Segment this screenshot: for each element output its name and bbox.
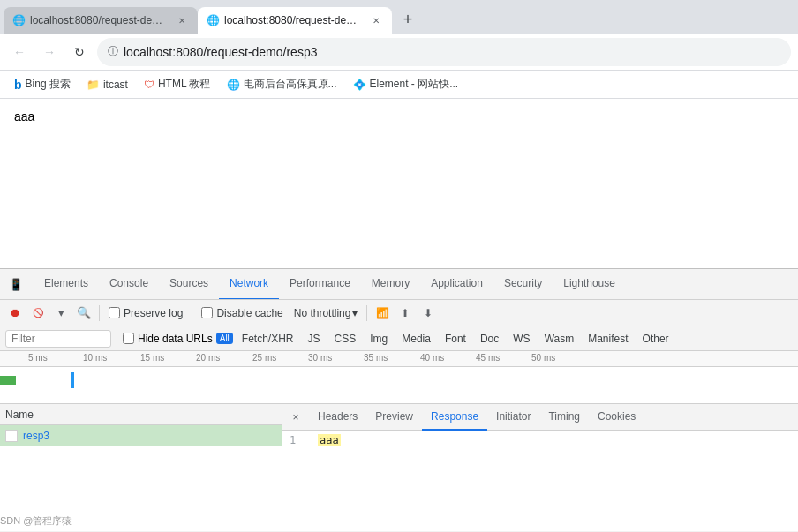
request-list-header: Name [0, 404, 282, 425]
element-icon: 💠 [353, 79, 366, 91]
record-button[interactable]: ⏺ [5, 303, 25, 323]
filter-css[interactable]: CSS [329, 332, 362, 346]
filter-media[interactable]: Media [396, 332, 436, 346]
mark-50ms: 50 ms [531, 353, 555, 363]
details-tab-response[interactable]: Response [422, 404, 487, 431]
network-toolbar: ⏺ 🚫 ▾ 🔍 Preserve log Disable cache No th… [0, 300, 798, 326]
throttle-dropdown[interactable]: No throttling ▾ [290, 305, 362, 321]
watermark: CSDN @管程序猿 [0, 514, 791, 528]
devtools-tab-console[interactable]: Console [99, 269, 159, 300]
tab-close-1[interactable]: ✕ [175, 13, 189, 27]
devtools-tab-lighthouse[interactable]: Lighthouse [553, 269, 626, 300]
filter-other[interactable]: Other [637, 332, 674, 346]
request-file-icon [5, 430, 18, 442]
new-tab-button[interactable]: + [395, 7, 420, 32]
page-content: aaa [0, 99, 798, 268]
details-tab-cookies[interactable]: Cookies [589, 404, 644, 431]
bookmark-ecommerce[interactable]: 🌐 电商后台高保真原... [220, 74, 344, 94]
devtools-mobile-icon[interactable]: 📱 [4, 272, 28, 296]
import-icon[interactable]: ⬆ [395, 303, 415, 323]
line-number-1: 1 [290, 434, 307, 446]
hide-data-urls-checkbox[interactable]: Hide data URLs [123, 333, 213, 345]
preserve-log-input[interactable] [109, 307, 120, 318]
throttle-value: No throttling [294, 307, 351, 319]
hide-data-urls-input[interactable] [123, 333, 134, 344]
request-list: Name resp3 [0, 404, 282, 518]
filter-doc[interactable]: Doc [475, 332, 504, 346]
mark-35ms: 35 ms [364, 353, 388, 363]
browser-tab-1[interactable]: 🌐 localhost:8080/request-demo/... ✕ [4, 7, 198, 34]
url-text: localhost:8080/request-demo/resp3 [124, 45, 317, 59]
bookmarks-bar: b Bing 搜索 📁 itcast 🛡 HTML 教程 🌐 电商后台高保真原.… [0, 71, 798, 99]
stop-button[interactable]: 🚫 [28, 303, 48, 323]
timeline-bar-green [0, 376, 16, 385]
details-tab-preview[interactable]: Preview [366, 404, 422, 431]
devtools-tab-bar: ⬚ 📱 Elements Console Sources Network Per… [0, 269, 798, 300]
network-main-content: Name resp3 × Headers Preview [0, 404, 798, 518]
mark-25ms: 25 ms [252, 353, 276, 363]
filter-fetch-xhr[interactable]: Fetch/XHR [237, 332, 299, 346]
separator-4 [117, 331, 117, 347]
mark-5ms: 5 ms [28, 353, 48, 363]
filter-manifest[interactable]: Manifest [583, 332, 633, 346]
wifi-icon[interactable]: 📶 [373, 303, 392, 323]
refresh-button[interactable]: ↻ [67, 40, 92, 64]
details-close-button[interactable]: × [286, 408, 305, 427]
preserve-log-label: Preserve log [124, 307, 183, 319]
bookmark-itcast[interactable]: 📁 itcast [79, 76, 135, 94]
filter-wasm[interactable]: Wasm [539, 332, 580, 346]
timeline-bar-blue [71, 372, 74, 388]
bookmark-html-label: HTML 教程 [158, 77, 211, 92]
bookmark-html[interactable]: 🛡 HTML 教程 [137, 74, 218, 94]
line-content-1: aaa [318, 434, 341, 446]
devtools-tab-memory[interactable]: Memory [361, 269, 420, 300]
export-icon[interactable]: ⬇ [418, 303, 438, 323]
devtools-tab-performance[interactable]: Performance [279, 269, 361, 300]
disable-cache-checkbox[interactable]: Disable cache [198, 307, 286, 319]
address-bar: ← → ↻ ⓘ localhost:8080/request-demo/resp… [0, 34, 798, 71]
lock-icon: ⓘ [108, 44, 118, 59]
devtools-tab-security[interactable]: Security [493, 269, 553, 300]
response-line-1: 1 aaa [290, 434, 791, 446]
tab-favicon-2: 🌐 [207, 14, 219, 26]
mark-15ms: 15 ms [140, 353, 164, 363]
mark-40ms: 40 ms [420, 353, 444, 363]
tab-close-2[interactable]: ✕ [369, 13, 383, 27]
tab-title-1: localhost:8080/request-demo/... [30, 14, 169, 26]
back-button[interactable]: ← [7, 40, 32, 64]
browser-tab-2[interactable]: 🌐 localhost:8080/request-demo/... ✕ [198, 7, 392, 34]
devtools-panel: ⬚ 📱 Elements Console Sources Network Per… [0, 268, 798, 531]
all-filter-badge[interactable]: All [216, 333, 233, 344]
filter-ws[interactable]: WS [508, 332, 535, 346]
devtools-tab-elements[interactable]: Elements [34, 269, 99, 300]
filter-bar: Hide data URLs All Fetch/XHR JS CSS Img … [0, 326, 798, 351]
filter-font[interactable]: Font [440, 332, 471, 346]
preserve-log-checkbox[interactable]: Preserve log [105, 307, 186, 319]
details-tab-timing[interactable]: Timing [539, 404, 589, 431]
bing-icon: b [14, 78, 22, 92]
search-icon[interactable]: 🔍 [74, 303, 94, 323]
bookmark-ecommerce-label: 电商后台高保真原... [244, 77, 337, 92]
disable-cache-input[interactable] [201, 307, 213, 318]
mark-45ms: 45 ms [476, 353, 500, 363]
timeline-ruler: 5 ms 10 ms 15 ms 20 ms 25 ms 30 ms 35 ms… [0, 351, 798, 367]
filter-icon[interactable]: ▾ [51, 303, 71, 323]
details-tab-headers[interactable]: Headers [309, 404, 366, 431]
timeline-bars [0, 367, 798, 403]
filter-js[interactable]: JS [303, 332, 326, 346]
filter-img[interactable]: Img [365, 332, 393, 346]
devtools-tab-sources[interactable]: Sources [159, 269, 219, 300]
bookmark-element[interactable]: 💠 Element - 网站快... [346, 74, 466, 94]
bookmark-itcast-label: itcast [103, 79, 128, 91]
details-tab-initiator[interactable]: Initiator [487, 404, 539, 431]
devtools-tab-network[interactable]: Network [219, 269, 279, 300]
request-row-resp3[interactable]: resp3 [0, 425, 282, 446]
disable-cache-label: Disable cache [216, 307, 282, 319]
filter-input[interactable] [5, 330, 111, 348]
url-bar[interactable]: ⓘ localhost:8080/request-demo/resp3 [97, 38, 791, 66]
details-panel: × Headers Preview Response Initiator Tim… [282, 404, 798, 518]
bookmark-element-label: Element - 网站快... [370, 77, 459, 92]
bookmark-bing[interactable]: b Bing 搜索 [7, 74, 78, 94]
devtools-tab-application[interactable]: Application [420, 269, 493, 300]
forward-button[interactable]: → [37, 40, 62, 64]
